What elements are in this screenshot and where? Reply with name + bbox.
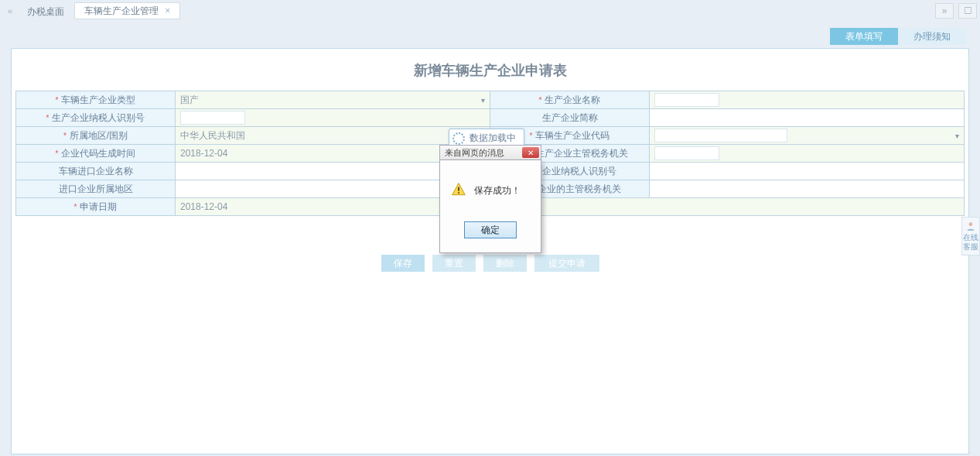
message-dialog: 来自网页的消息 ✕ 保存成功！ 确定 — [439, 145, 541, 253]
chevron-down-icon: ▾ — [955, 132, 959, 140]
field-import-authority[interactable] — [650, 180, 965, 198]
tab-process-notice[interactable]: 办理须知 — [898, 28, 966, 45]
button-row: 保存 重置 删除 提交申请 — [12, 255, 968, 272]
dialog-close-button[interactable]: ✕ — [522, 147, 539, 158]
submit-button[interactable]: 提交申请 — [534, 255, 599, 272]
svg-rect-1 — [458, 192, 459, 194]
field-enterprise-name[interactable] — [650, 91, 965, 109]
tab-bar: « 办税桌面 车辆生产企业管理 × » ☐ — [0, 0, 980, 22]
label-import-region: 进口企业所属地区 — [16, 180, 176, 198]
dialog-titlebar[interactable]: 来自网页的消息 ✕ — [439, 145, 541, 160]
field-tax-id[interactable] — [176, 109, 490, 127]
dialog-title: 来自网页的消息 — [445, 147, 504, 159]
label-enterprise-name: *生产企业名称 — [490, 91, 650, 109]
tab-vehicle-mgmt-label: 车辆生产企业管理 — [84, 2, 159, 19]
field-apply-date[interactable]: 2018-12-04 — [176, 198, 965, 216]
svg-point-2 — [969, 222, 973, 226]
save-button[interactable]: 保存 — [381, 255, 425, 272]
online-support[interactable]: 在线客服 — [961, 217, 980, 255]
tab-vehicle-mgmt[interactable]: 车辆生产企业管理 × — [74, 2, 180, 19]
field-tax-authority[interactable] — [650, 145, 965, 163]
label-vehicle-type: *车辆生产企业类型 — [16, 91, 176, 109]
label-import-name: 车辆进口企业名称 — [16, 163, 176, 180]
support-avatar-icon — [965, 221, 976, 231]
label-region: *所属地区/国别 — [16, 127, 176, 145]
input-enterprise-name[interactable] — [654, 93, 719, 107]
label-code-time: *企业代码生成时间 — [16, 145, 176, 163]
dialog-ok-button[interactable]: 确定 — [464, 221, 517, 238]
input-enterprise-code[interactable] — [654, 129, 787, 142]
spinner-icon — [452, 132, 465, 145]
field-region[interactable]: 中华人民共和国▾ — [176, 127, 490, 145]
maximize-icon[interactable]: ☐ — [958, 3, 977, 19]
tabs-scroll-left[interactable]: « — [3, 6, 17, 15]
pill-tabs: 表单填写 办理须知 — [0, 22, 980, 48]
dialog-message: 保存成功！ — [474, 184, 521, 197]
field-import-tax-id[interactable] — [650, 163, 965, 180]
input-tax-id[interactable] — [180, 111, 245, 125]
tab-home[interactable]: 办税桌面 — [17, 2, 74, 19]
label-tax-id: *生产企业纳税人识别号 — [16, 109, 176, 127]
field-enterprise-code[interactable]: ▾ — [650, 127, 965, 145]
page-title: 新增车辆生产企业申请表 — [12, 55, 968, 91]
label-apply-date: *申请日期 — [16, 198, 176, 216]
online-support-label: 在线客服 — [962, 233, 979, 252]
loading-text: 数据加载中 — [470, 132, 516, 145]
label-short-name: 生产企业简称 — [490, 109, 650, 127]
tab-form-fill[interactable]: 表单填写 — [830, 28, 898, 45]
delete-button[interactable]: 删除 — [483, 255, 527, 272]
svg-rect-0 — [458, 187, 459, 191]
chevron-down-icon: ▾ — [481, 96, 485, 105]
input-tax-authority[interactable] — [654, 146, 719, 160]
field-vehicle-type[interactable]: 国产▾ — [176, 91, 490, 109]
tabs-scroll-right[interactable]: » — [935, 3, 954, 19]
warning-icon — [451, 182, 466, 200]
reset-button[interactable]: 重置 — [432, 255, 476, 272]
close-icon[interactable]: × — [165, 2, 170, 19]
field-short-name[interactable] — [650, 109, 965, 127]
